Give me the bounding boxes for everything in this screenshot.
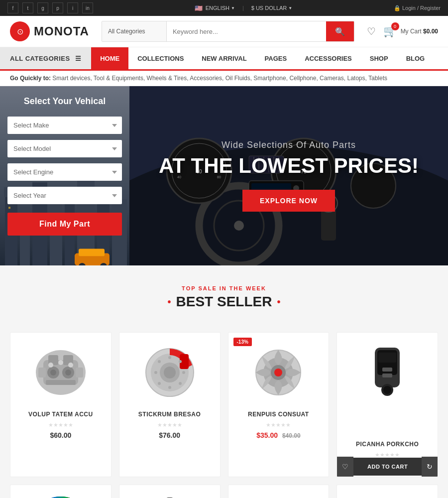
pinterest-icon[interactable]: p [52,2,63,13]
header: ⊙ MONOTA All Categories 🔍 ♡ 🛒 0 My Cart … [0,16,448,47]
product-card-5[interactable]: ★★★★★ [10,485,112,498]
product-image-7 [236,493,322,498]
linkedin-icon[interactable]: in [82,2,93,13]
product-name-3: RENPUIS CONSUAT [236,411,322,418]
quick-link-smartphone[interactable]: Smartphone [253,75,286,82]
logo-icon: ⊙ [10,21,30,41]
login-register-link[interactable]: Login / Register [402,5,441,11]
nav-collections[interactable]: COLLECTIONS [128,47,193,69]
product-stars-2: ★★★★★ [127,422,213,428]
svg-point-61 [58,360,63,365]
svg-point-68 [168,356,171,359]
quick-link-wheels[interactable]: Wheels & Tires [147,75,187,82]
facebook-icon[interactable]: f [7,2,18,13]
products-grid-2: ★★★★★ 1 2 3 4 5 R ★★★★★ [0,485,448,498]
hero-content: Wide Selections Of Auto Parts AT THE LOW… [159,140,419,212]
product-card-3[interactable]: -13% RENPUIS CONSUAT ★★★★★ $35.00 [228,332,330,477]
hero-title: AT THE LOWEST PRICES! [159,154,419,177]
search-input[interactable] [167,21,326,41]
vehicle-finder: Select Your Vehical Select Make Select M… [0,86,129,265]
quick-link-oil[interactable]: Oil Fluids [225,75,250,82]
wishlist-button[interactable]: ♡ [367,25,376,37]
instagram-icon[interactable]: i [67,2,78,13]
quick-link-cellphone[interactable]: Cellphone [289,75,316,82]
product-price-2: $76.00 [127,431,213,439]
product-card-1[interactable]: VOLUP TATEM ACCU ★★★★★ $60.00 [10,332,112,477]
quick-link-accessories[interactable]: Accessories [190,75,222,82]
main-content: Select Your Vehical Select Make Select M… [0,86,448,265]
svg-point-66 [164,367,176,378]
charger-svg [367,343,407,402]
svg-point-56 [65,370,71,375]
svg-point-69 [179,360,182,363]
googleplus-icon[interactable]: g [37,2,48,13]
nav-accessories[interactable]: ACCESSORIES [296,47,361,69]
svg-rect-57 [38,368,46,377]
language-selector[interactable]: 🇺🇸 ENGLISH ▼ [195,4,235,12]
flag-icon: 🇺🇸 [195,4,203,12]
quick-link-laptops[interactable]: Latops [347,75,365,82]
product-card-4[interactable]: ♡ ADD TO CART ↻ PICANHA PORKCHO ★★★★★ $6… [336,332,438,477]
gearshift-svg: 1 2 3 4 5 R [152,495,187,498]
best-seller-section: TOP SALE IN THE WEEK • BEST SELLER • [0,265,448,332]
engine-select[interactable]: Select Engine [7,163,122,181]
product-image-8: PSI 0 100 [344,493,430,498]
auth-links: 🔒 Login / Register [394,5,441,11]
svg-point-72 [168,386,171,389]
quick-link-tools[interactable]: Tool & Equipments [94,75,143,82]
divider: | [242,5,244,11]
nav-pages[interactable]: PAGES [256,47,296,69]
quick-link-smart[interactable]: Smart devices [52,75,90,82]
product-image-1 [18,340,104,405]
product-price-1: $60.00 [18,431,104,439]
svg-point-62 [68,363,73,368]
cart-button[interactable]: 🛒 0 My Cart $0.00 [383,25,438,38]
model-select[interactable]: Select Model [7,140,122,157]
finder-title: Select Your Vehical [7,96,122,107]
nav-shop[interactable]: SHOP [361,47,397,69]
svg-rect-59 [46,380,76,385]
svg-point-24 [234,221,244,231]
search-button[interactable]: 🔍 [326,21,354,41]
wishlist-icon-btn-4[interactable]: ♡ [337,457,353,477]
product-image-2 [127,340,213,405]
nav-blog[interactable]: BLOG [397,47,434,69]
product-card-8[interactable]: PSI 0 100 ★★★★★ [336,485,438,498]
hero-banner: 60 40 80 70 [129,86,448,265]
nav-links: HOME COLLECTIONS NEW ARRIVAL PAGES ACCES… [91,47,434,69]
find-my-part-button[interactable]: Find My Part [7,213,122,236]
product-card-7[interactable]: ★★★★★ [228,485,330,498]
nav-home[interactable]: HOME [91,47,128,69]
refresh-icon-btn-4[interactable]: ↻ [422,457,438,477]
add-to-cart-button-4[interactable]: ADD TO CART [353,458,422,476]
all-categories-button[interactable]: ALL CATEGORIES ☰ [0,47,91,69]
engine-svg [31,345,91,400]
quick-link-cameras[interactable]: Cameras [320,75,344,82]
top-bar: f t g p i in 🇺🇸 ENGLISH ▼ | $ US DOLLAR … [0,0,448,16]
product-stars-3: ★★★★★ [236,422,322,428]
social-icons: f t g p i in [7,2,93,13]
explore-button[interactable]: EXPLORE NOW [242,190,335,212]
nav-new-arrival[interactable]: NEW ARRIVAL [193,47,255,69]
currency-chevron: ▼ [288,6,292,10]
quick-link-tablets[interactable]: Tablets [368,75,387,82]
svg-point-60 [48,363,53,368]
twitter-icon[interactable]: t [22,2,33,13]
logo[interactable]: ⊙ MONOTA [10,21,89,41]
search-category-select[interactable]: All Categories [102,21,167,41]
svg-point-79 [274,369,282,376]
header-icons: ♡ 🛒 0 My Cart $0.00 [367,25,438,38]
product-image-4 [344,340,430,405]
year-select[interactable]: Select Year [7,187,122,204]
product-price-3: $35.00 $40.00 [236,431,322,439]
svg-point-75 [158,360,161,363]
dot-right: • [277,296,280,308]
svg-point-73 [158,382,161,385]
currency-selector[interactable]: $ US DOLLAR ▼ [251,5,292,11]
product-card-2[interactable]: STICKRUM BRESAO ★★★★★ $76.00 [119,332,221,477]
all-categories-label: ALL CATEGORIES [10,55,70,62]
product-name-1: VOLUP TATEM ACCU [18,411,104,418]
make-select[interactable]: Select Make [7,117,122,134]
hero-subtitle: Wide Selections Of Auto Parts [159,140,419,150]
product-card-6[interactable]: 1 2 3 4 5 R ★★★★★ [119,485,221,498]
